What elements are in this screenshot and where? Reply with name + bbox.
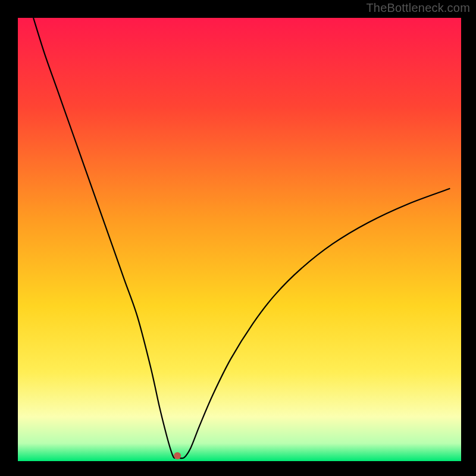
optimum-marker	[174, 452, 181, 459]
plot-background	[18, 18, 461, 461]
bottleneck-chart	[0, 0, 476, 476]
chart-frame: TheBottleneck.com	[0, 0, 476, 476]
